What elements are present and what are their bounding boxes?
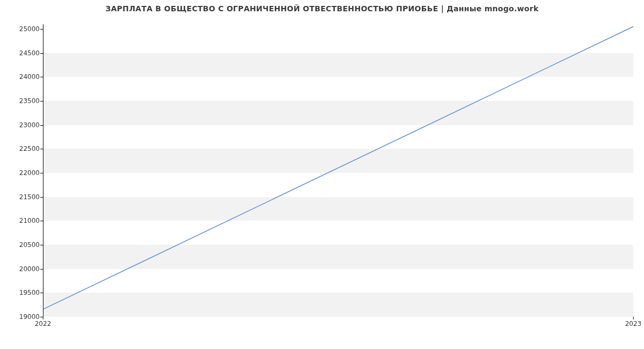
y-tick-label: 20500: [2, 241, 40, 249]
x-tick-label: 2023: [625, 320, 642, 328]
y-tick-label: 21500: [2, 193, 40, 201]
y-tick-label: 19500: [2, 289, 40, 296]
y-tick-label: 19000: [2, 313, 40, 321]
y-tick-label: 22000: [2, 169, 40, 177]
plot-area: [43, 24, 633, 317]
y-tick-label: 21000: [2, 217, 40, 224]
y-tick-label: 24500: [2, 49, 40, 57]
y-tick-label: 22500: [2, 145, 40, 152]
y-tick-label: 23000: [2, 121, 40, 129]
chart-title: ЗАРПЛАТА В ОБЩЕСТВО С ОГРАНИЧЕННОЙ ОТВЕС…: [0, 4, 644, 13]
y-tick-label: 20000: [2, 265, 40, 273]
y-tick-label: 23500: [2, 97, 40, 105]
data-line: [43, 24, 633, 316]
chart-container: ЗАРПЛАТА В ОБЩЕСТВО С ОГРАНИЧЕННОЙ ОТВЕС…: [0, 0, 644, 349]
x-tick-label: 2022: [35, 320, 52, 328]
y-tick-label: 25000: [2, 25, 40, 33]
y-tick-label: 24000: [2, 73, 40, 81]
